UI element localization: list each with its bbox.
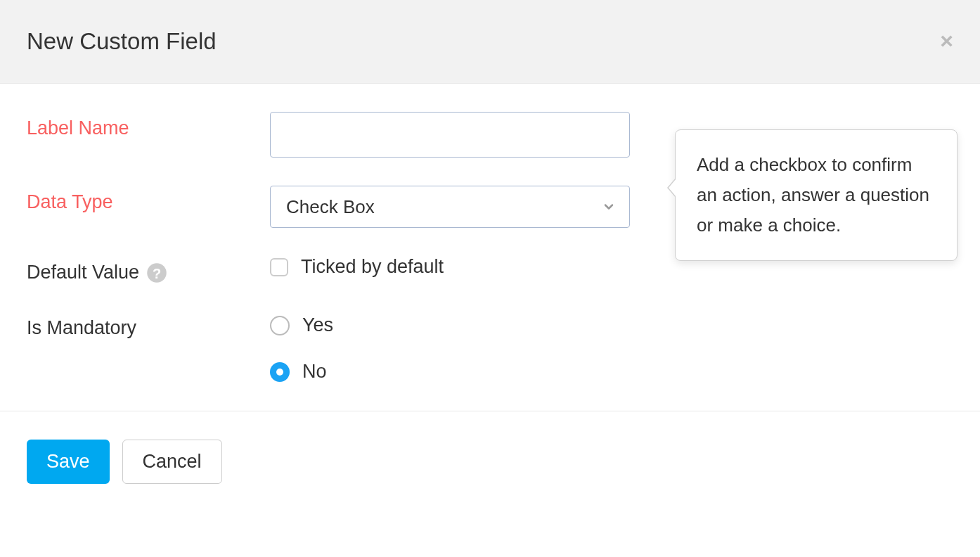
radio-inner-dot [276,369,283,376]
mandatory-no-label: No [302,361,327,383]
label-name-input[interactable] [270,112,630,158]
modal-header: New Custom Field × [0,0,980,84]
help-icon[interactable]: ? [146,262,167,283]
data-type-tooltip: Add a checkbox to confirm an action, ans… [675,129,958,261]
data-type-select-wrapper: Check Box [270,186,630,228]
save-button[interactable]: Save [27,440,110,484]
radio-circle-no [270,362,290,382]
ticked-by-default-label: Ticked by default [301,256,444,278]
close-icon: × [940,28,953,53]
ticked-by-default-checkbox[interactable] [270,258,288,276]
default-value-row: Default Value ? Ticked by default [27,256,953,283]
mandatory-no-radio[interactable]: No [270,361,333,383]
default-value-label-text: Default Value [27,262,139,283]
data-type-label: Data Type [27,186,270,213]
data-type-selected-value: Check Box [286,196,375,218]
mandatory-yes-radio[interactable]: Yes [270,314,333,336]
radio-circle-yes [270,316,290,335]
label-name-label: Label Name [27,112,270,139]
data-type-row: Data Type Check Box Add a checkbox to co… [27,186,953,228]
is-mandatory-row: Is Mandatory Yes No [27,312,953,383]
default-value-checkbox-wrapper: Ticked by default [270,256,444,278]
data-type-select[interactable]: Check Box [270,186,630,228]
default-value-label: Default Value ? [27,256,270,283]
cancel-button[interactable]: Cancel [122,440,222,484]
is-mandatory-radio-group: Yes No [270,312,333,383]
svg-text:?: ? [153,265,161,281]
mandatory-yes-label: Yes [302,314,333,336]
modal-footer: Save Cancel [0,411,980,512]
is-mandatory-label: Is Mandatory [27,312,270,339]
modal-title: New Custom Field [27,28,953,55]
modal-body: Label Name Data Type Check Box Add a che… [0,84,980,411]
close-button[interactable]: × [940,30,953,52]
